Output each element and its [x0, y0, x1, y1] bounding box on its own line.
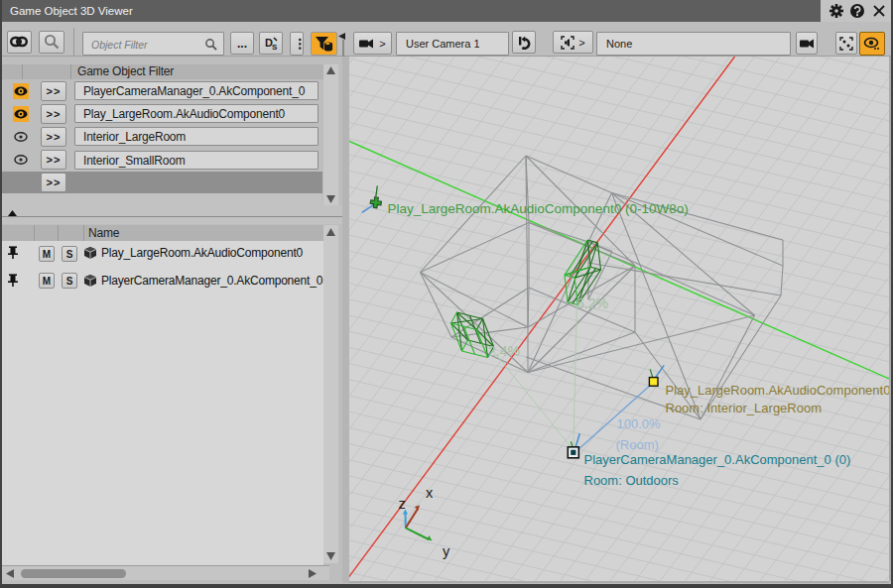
svg-text:S: S — [272, 43, 278, 51]
svg-text:2.4%: 2.4% — [488, 343, 520, 359]
svg-text:y: y — [443, 543, 450, 559]
svg-text:Play_LargeRoom.AkAudioComponen: Play_LargeRoom.AkAudioComponent0 — [666, 383, 890, 398]
svg-text:PlayerCameraManager_0.AkCompon: PlayerCameraManager_0.AkComponent_0 (0) — [584, 452, 851, 467]
svg-text:100.0%: 100.0% — [617, 416, 662, 431]
svg-text:x: x — [426, 485, 434, 501]
svg-text:Room: Outdoors: Room: Outdoors — [584, 473, 680, 488]
svg-text:z: z — [399, 496, 406, 512]
svg-text:Play_LargeRoom.AkAudioComponen: Play_LargeRoom.AkAudioComponent0 (0-10W8… — [388, 201, 689, 216]
svg-text:6.2%: 6.2% — [576, 295, 608, 311]
svg-text:(Room): (Room) — [616, 437, 659, 452]
svg-text:Room: Interior_LargeRoom: Room: Interior_LargeRoom — [666, 401, 823, 415]
